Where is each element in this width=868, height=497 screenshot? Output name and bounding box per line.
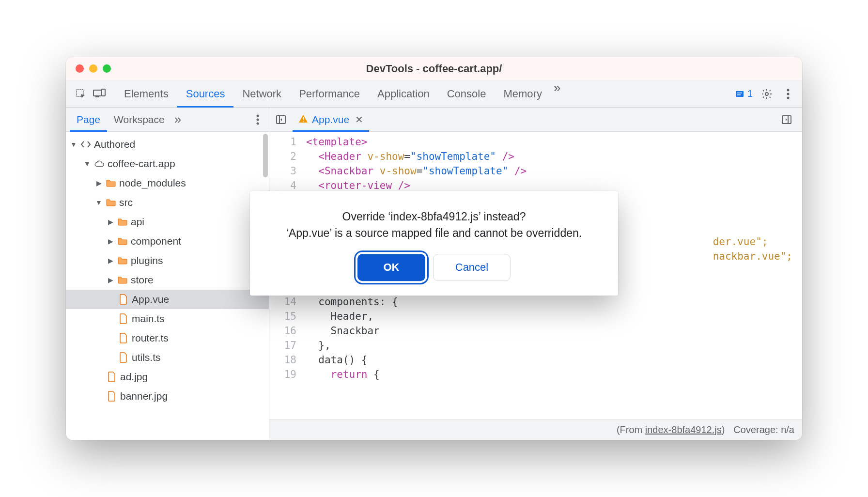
tree-file-router-ts[interactable]: router.ts [66, 328, 269, 348]
clipped-code-right: der.vue"; nackbar.vue"; [713, 234, 792, 264]
tree-folder-api[interactable]: ▶ api [66, 212, 269, 232]
svg-point-13 [257, 122, 259, 124]
tree-file-banner-jpg[interactable]: banner.jpg [66, 387, 269, 406]
tree-domain[interactable]: ▼ coffee-cart.app [66, 154, 269, 173]
navigator-menu-icon[interactable] [250, 112, 265, 127]
svg-rect-5 [737, 93, 742, 93]
code-icon [80, 139, 91, 150]
file-tree[interactable]: ▼ Authored ▼ coffee-cart.app ▶ node_modu… [66, 132, 269, 440]
ok-button[interactable]: OK [357, 254, 425, 281]
tree-scrollbar[interactable] [263, 134, 268, 177]
toggle-navigator-icon[interactable] [273, 112, 289, 127]
more-tabs-icon[interactable]: » [551, 80, 563, 108]
svg-point-10 [787, 96, 790, 99]
coverage-status: Coverage: n/a [733, 424, 794, 435]
dialog-line-2: ‘App.vue’ is a source mapped file and ca… [266, 225, 602, 241]
panel-tabs: Elements Sources Network Performance App… [115, 80, 735, 108]
main-toolbar: Elements Sources Network Performance App… [66, 80, 802, 108]
svg-point-11 [257, 114, 259, 117]
sourcemap-origin[interactable]: (From index-8bfa4912.js) [617, 424, 725, 435]
file-icon [118, 313, 129, 324]
tab-network[interactable]: Network [233, 80, 290, 108]
issues-badge[interactable]: 1 [735, 88, 753, 99]
file-tabbar: App.vue ✕ [269, 108, 802, 132]
tree-file-ad-jpg[interactable]: ad.jpg [66, 367, 269, 387]
navigator-tabs: Page Workspace » [66, 108, 269, 132]
toggle-debugger-icon[interactable] [779, 112, 794, 127]
navigator-tab-workspace[interactable]: Workspace [107, 108, 171, 132]
warning-icon [298, 114, 308, 125]
tab-console[interactable]: Console [438, 80, 495, 108]
tree-folder-store[interactable]: ▶ store [66, 270, 269, 290]
svg-point-7 [765, 93, 768, 95]
svg-rect-3 [102, 89, 105, 96]
file-icon [118, 352, 129, 363]
file-tab-label: App.vue [312, 114, 349, 125]
svg-point-12 [257, 118, 259, 121]
override-dialog: Override ‘index-8bfa4912.js’ instead? ‘A… [250, 191, 618, 295]
file-icon [107, 372, 117, 382]
file-icon [118, 333, 129, 343]
file-icon [107, 391, 117, 402]
window-title: DevTools - coffee-cart.app/ [66, 62, 802, 75]
tree-root-authored[interactable]: ▼ Authored [66, 135, 269, 154]
tab-sources[interactable]: Sources [177, 80, 234, 108]
svg-rect-16 [303, 117, 304, 120]
cloud-icon [94, 158, 105, 169]
svg-rect-17 [303, 121, 304, 122]
folder-icon [117, 217, 128, 227]
navigator-pane: Page Workspace » ▼ Authored ▼ coffee-car… [66, 108, 269, 440]
tree-folder-component[interactable]: ▶ component [66, 232, 269, 251]
devtools-window: DevTools - coffee-cart.app/ Elements Sou… [66, 57, 802, 440]
issues-count: 1 [747, 88, 753, 99]
tree-file-main-ts[interactable]: main.ts [66, 309, 269, 328]
file-icon [118, 294, 129, 305]
inspect-element-icon[interactable] [73, 86, 89, 102]
tree-folder-plugins[interactable]: ▶ plugins [66, 251, 269, 270]
close-tab-icon[interactable]: ✕ [355, 114, 363, 125]
tab-application[interactable]: Application [369, 80, 438, 108]
folder-icon [117, 255, 128, 266]
issue-icon [735, 89, 744, 99]
titlebar: DevTools - coffee-cart.app/ [66, 57, 802, 80]
svg-point-8 [787, 89, 790, 91]
svg-rect-4 [736, 91, 744, 97]
tree-file-utils-ts[interactable]: utils.ts [66, 348, 269, 367]
navigator-tab-page[interactable]: Page [70, 108, 107, 132]
tab-performance[interactable]: Performance [290, 80, 369, 108]
svg-point-9 [787, 93, 790, 95]
folder-icon [106, 178, 116, 188]
folder-icon [106, 197, 116, 208]
svg-rect-6 [737, 94, 741, 95]
tab-memory[interactable]: Memory [495, 80, 550, 108]
tree-folder-node-modules[interactable]: ▶ node_modules [66, 173, 269, 193]
tree-file-app-vue[interactable]: App.vue [66, 290, 269, 309]
cancel-button[interactable]: Cancel [433, 254, 511, 281]
dialog-line-1: Override ‘index-8bfa4912.js’ instead? [266, 208, 602, 225]
svg-rect-2 [95, 96, 99, 97]
folder-icon [117, 275, 128, 285]
settings-icon[interactable] [760, 87, 774, 101]
navigator-more-tabs-icon[interactable]: » [171, 112, 184, 127]
svg-rect-1 [93, 90, 101, 96]
device-toolbar-icon[interactable] [91, 86, 108, 102]
more-menu-icon[interactable] [781, 87, 795, 101]
tab-elements[interactable]: Elements [115, 80, 177, 108]
file-tab-app-vue[interactable]: App.vue ✕ [293, 108, 369, 132]
tree-folder-src[interactable]: ▼ src [66, 193, 269, 212]
folder-icon [117, 236, 128, 247]
editor-statusbar: (From index-8bfa4912.js) Coverage: n/a [269, 419, 802, 440]
